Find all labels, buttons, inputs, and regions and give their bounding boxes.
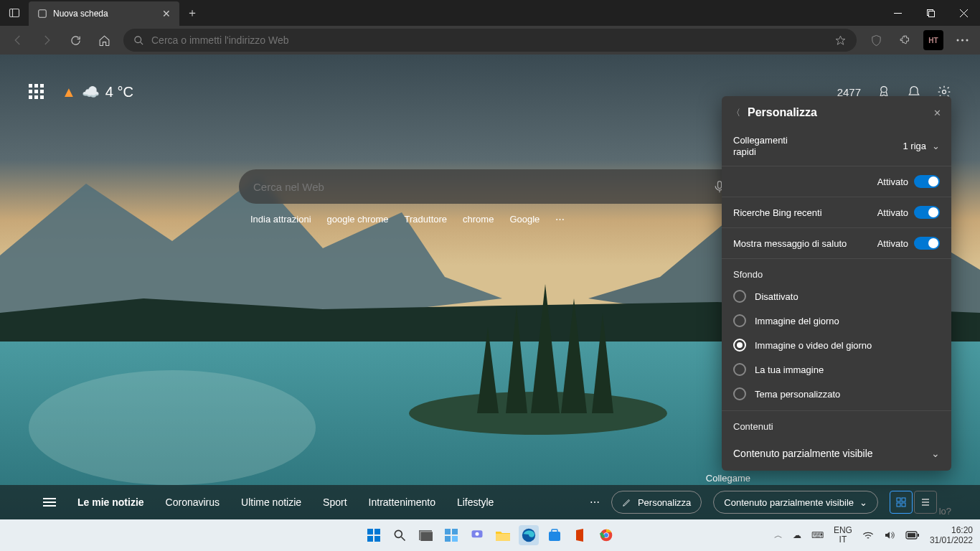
app-launcher-button[interactable] (29, 84, 44, 100)
background-section-label: Sfondo (722, 259, 951, 284)
svg-rect-50 (908, 533, 915, 537)
close-window-button[interactable] (947, 0, 980, 26)
ntp-search-input[interactable] (253, 181, 712, 193)
tab-actions-button[interactable] (0, 0, 29, 26)
shield-icon[interactable] (862, 27, 890, 53)
chat-button[interactable] (467, 525, 487, 545)
quick-link[interactable]: India attrazioni (250, 214, 311, 225)
bg-option-custom-theme[interactable]: Tema personalizzato (722, 382, 951, 411)
toggle-switch[interactable] (914, 175, 940, 188)
quick-link[interactable]: chrome (463, 214, 494, 225)
keyboard-icon[interactable]: ⌨ (811, 530, 824, 540)
profile-button[interactable]: HT (920, 27, 947, 53)
minimize-button[interactable] (881, 0, 914, 26)
address-input[interactable] (151, 34, 827, 46)
bg-option-image-day[interactable]: Immagine del giorno (722, 309, 951, 333)
collegamenti-label: Collegame (706, 473, 750, 484)
toggle-setting: Attivato (722, 166, 951, 197)
news-category[interactable]: Ultime notizie (241, 496, 301, 508)
weather-widget[interactable]: ▲ ☁️ 4 °C (62, 83, 133, 100)
home-button[interactable] (90, 27, 118, 53)
svg-rect-44 (552, 529, 557, 532)
svg-point-18 (943, 90, 946, 94)
quick-links-setting[interactable]: Collegamenti rapidi 1 riga ⌄ (722, 126, 951, 166)
content-visibility-dropdown[interactable]: Contenuto parzialmente visibile ⌄ (722, 436, 951, 471)
list-view-button[interactable] (914, 491, 937, 514)
window-controls (881, 0, 980, 26)
temperature: 4 °C (105, 84, 133, 100)
svg-rect-0 (10, 9, 19, 17)
volume-icon[interactable] (884, 530, 895, 540)
system-tray: ︿ ☁ ⌨ ENG IT 16:20 31/01/2022 (774, 525, 973, 546)
back-button[interactable] (4, 27, 32, 53)
bg-option-image-video-day[interactable]: Immagine o video del giorno (722, 333, 951, 357)
favorite-icon[interactable] (834, 34, 847, 47)
wifi-icon[interactable] (862, 530, 874, 540)
quick-links-row: India attrazioni google chrome Traduttor… (239, 214, 741, 225)
search-button[interactable] (390, 525, 410, 545)
extensions-button[interactable] (891, 27, 918, 53)
refresh-button[interactable] (62, 27, 89, 53)
widgets-button[interactable] (441, 525, 461, 545)
svg-rect-23 (902, 503, 905, 507)
start-button[interactable] (364, 525, 384, 545)
panel-back-button[interactable]: 〈 (732, 107, 740, 119)
battery-icon[interactable] (905, 531, 920, 540)
chrome-button[interactable] (596, 525, 616, 545)
forward-button[interactable] (33, 27, 60, 53)
content-mode-button[interactable]: Contenuto parzialmente visibile ⌄ (713, 491, 878, 514)
content-section-label: Contenuti (722, 411, 951, 436)
svg-rect-41 (496, 534, 510, 541)
news-menu-button[interactable] (43, 498, 56, 507)
menu-button[interactable] (948, 27, 976, 53)
news-category[interactable]: Coronavirus (166, 496, 220, 508)
quick-link[interactable]: google chrome (327, 214, 389, 225)
toggle-status: Attivato (877, 207, 908, 218)
news-category[interactable]: Lifestyle (457, 496, 494, 508)
clock[interactable]: 16:20 31/01/2022 (930, 525, 973, 546)
svg-rect-20 (897, 498, 900, 501)
language-indicator[interactable]: ENG IT (834, 526, 852, 545)
new-tab-button[interactable]: ＋ (179, 0, 205, 26)
news-title[interactable]: Le mie notizie (77, 496, 144, 508)
news-more-button[interactable]: ⋯ (590, 496, 600, 508)
close-tab-button[interactable]: ✕ (162, 8, 171, 19)
quick-links-more[interactable]: ⋯ (555, 214, 565, 225)
office-button[interactable] (570, 525, 590, 545)
explorer-button[interactable] (493, 525, 513, 545)
quick-link[interactable]: Traduttore (405, 214, 448, 225)
toggle-switch[interactable] (914, 206, 940, 219)
svg-rect-49 (918, 534, 919, 537)
quick-links-value: 1 riga (903, 141, 926, 151)
bg-option-your-image[interactable]: La tua immagine (722, 357, 951, 382)
search-icon (133, 35, 144, 46)
news-category[interactable]: Intrattenimento (369, 496, 435, 508)
panel-close-button[interactable]: ✕ (933, 108, 941, 118)
store-button[interactable] (545, 525, 565, 545)
svg-rect-36 (452, 529, 458, 534)
svg-point-40 (476, 532, 479, 536)
bg-option-off[interactable]: Disattivato (722, 284, 951, 309)
grid-view-button[interactable] (890, 491, 913, 514)
tray-chevron-icon[interactable]: ︿ (774, 529, 783, 542)
toggle-status: Attivato (877, 176, 908, 187)
personalize-button[interactable]: Personalizza (611, 491, 702, 514)
edge-button[interactable] (519, 525, 539, 545)
maximize-button[interactable] (914, 0, 947, 26)
onedrive-icon[interactable]: ☁ (793, 530, 801, 540)
browser-toolbar: HT (0, 26, 980, 55)
task-view-button[interactable] (415, 525, 435, 545)
svg-point-11 (961, 39, 963, 42)
ntp-search-box[interactable] (239, 169, 741, 204)
svg-rect-22 (897, 503, 900, 507)
toggle-switch[interactable] (914, 237, 940, 250)
svg-rect-28 (374, 529, 380, 534)
svg-rect-34 (420, 532, 433, 541)
quick-link[interactable]: Google (509, 214, 540, 225)
browser-tab[interactable]: Nuova scheda ✕ (29, 1, 179, 26)
recent-bing-setting: Ricerche Bing recenti Attivato (722, 197, 951, 228)
news-category[interactable]: Sport (323, 496, 347, 508)
chevron-down-icon: ⌄ (859, 497, 867, 508)
address-bar[interactable] (123, 29, 857, 52)
news-bar: Le mie notizie Coronavirus Ultime notizi… (0, 485, 980, 519)
